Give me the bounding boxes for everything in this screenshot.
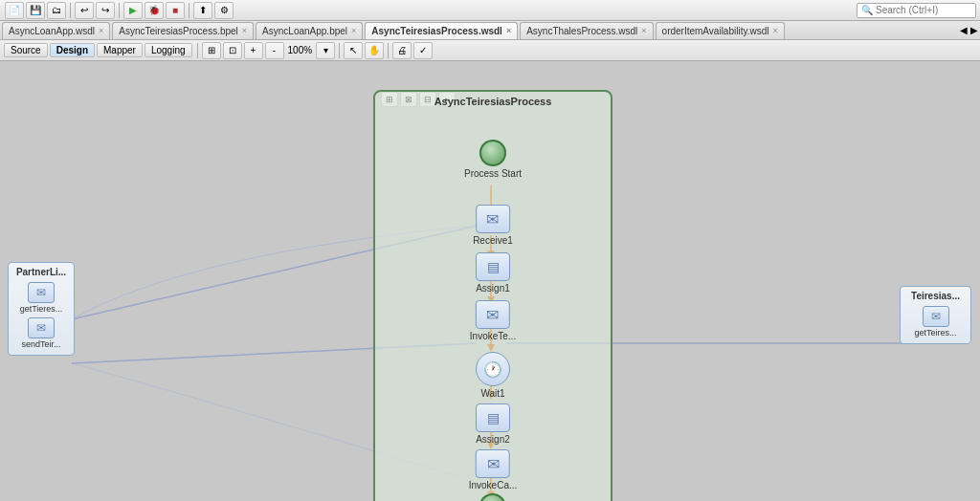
canvas-area: ⊞ ⊠ ⊟ ▸ AsyncTeiresiasProcess Process St…	[0, 61, 980, 501]
top-toolbar: 📄 💾 🗂 ↩ ↪ ▶ 🐞 ■ ⬆ ⚙ 🔍	[0, 0, 980, 21]
partner-op-getteires-icon: ✉	[28, 282, 55, 303]
run-btn[interactable]: ▶	[123, 2, 143, 19]
service-op-getteires-icon: ✉	[923, 306, 949, 327]
tab-label: AsyncLoanApp.wsdl	[9, 26, 95, 36]
tab-asyncthales-wsdl[interactable]: AsyncThalesProcess.wsdl ×	[520, 22, 653, 39]
tab-asyncteiresias-wsdl[interactable]: AsyncTeiresiasProcess.wsdl ×	[365, 22, 518, 39]
start-circle	[479, 140, 506, 166]
invoke-te-icon: ✉	[476, 300, 510, 329]
tab-orderitem-wsdl[interactable]: orderItemAvailability.wsdl ×	[656, 22, 785, 39]
sep5	[339, 43, 340, 58]
wait1-label: Wait1	[480, 388, 504, 399]
layout-btn[interactable]: ⊞	[202, 42, 221, 59]
service-op-getteires-label: getTeires...	[914, 328, 956, 338]
partner-op-getteires-label: getTieres...	[20, 304, 63, 314]
receive1-label: Receive1	[473, 235, 513, 246]
partner-op-sendteir[interactable]: ✉ sendTeir...	[21, 317, 60, 349]
sep3	[189, 3, 189, 18]
search-icon: 🔍	[861, 5, 873, 15]
invoke-ca-label: InvokeCa...	[469, 480, 518, 490]
tab-nav: ◀ ▶	[960, 25, 978, 35]
wait1-node[interactable]: 🕐 Wait1	[476, 352, 510, 399]
save-all-btn[interactable]: 🗂	[47, 2, 66, 19]
partner-op-sendteir-label: sendTeir...	[21, 339, 60, 349]
assign1-label: Assign1	[476, 283, 510, 294]
process-container: AsyncTeiresiasProcess Process Start ✉ Re…	[373, 90, 612, 501]
tab-asyncloanapp-wsdl[interactable]: AsyncLoanApp.wsdl ×	[2, 22, 110, 39]
assign2-label: Assign2	[476, 434, 510, 445]
deploy-btn[interactable]: ⬆	[193, 2, 212, 19]
stop-btn[interactable]: ■	[166, 2, 185, 19]
logging-mode-btn[interactable]: Logging	[145, 43, 192, 57]
tab-close-icon[interactable]: ×	[99, 26, 103, 35]
sep2	[119, 3, 120, 18]
tab-label: AsyncTeiresiasProcess.bpel	[119, 26, 238, 36]
sep6	[388, 43, 389, 58]
sep1	[70, 3, 71, 18]
tab-close-icon[interactable]: ×	[351, 26, 356, 35]
tab-label: AsyncThalesProcess.wsdl	[526, 26, 637, 36]
print-btn[interactable]: 🖨	[392, 42, 412, 59]
zoom-level: 100%	[288, 45, 313, 55]
config-btn[interactable]: ⚙	[214, 2, 234, 19]
invoke-te-node[interactable]: ✉ InvokeTe...	[470, 300, 516, 341]
assign2-icon: ▤	[476, 403, 510, 432]
zoomout-btn[interactable]: -	[265, 42, 284, 59]
debug-btn[interactable]: 🐞	[145, 2, 164, 19]
select-btn[interactable]: ↖	[344, 42, 363, 59]
source-mode-btn[interactable]: Source	[4, 43, 48, 57]
search-input[interactable]	[876, 5, 971, 15]
end-circle	[479, 493, 506, 501]
mapper-mode-btn[interactable]: Mapper	[97, 43, 143, 57]
undo-btn[interactable]: ↩	[75, 2, 94, 19]
tab-label: AsyncLoanApp.bpel	[262, 26, 347, 36]
tab-label: orderItemAvailability.wsdl	[662, 26, 769, 36]
partner-op-getteires[interactable]: ✉ getTieres...	[20, 282, 63, 314]
invoke-ca-icon: ✉	[476, 449, 510, 478]
validate-btn[interactable]: ✓	[413, 42, 433, 59]
process-end-node[interactable]: Process End	[466, 493, 521, 501]
fit-btn[interactable]: ⊡	[223, 42, 242, 59]
second-toolbar: Source Design Mapper Logging ⊞ ⊡ + - 100…	[0, 40, 980, 61]
sep4	[197, 43, 198, 58]
partner-op-sendteir-icon: ✉	[28, 317, 55, 338]
invoke-ca-node[interactable]: ✉ InvokeCa...	[469, 449, 518, 490]
tab-close-icon[interactable]: ×	[506, 26, 511, 35]
partner-link-title: PartnerLi...	[16, 267, 66, 277]
zoomin-btn[interactable]: +	[244, 42, 263, 59]
invoke-te-label: InvokeTe...	[470, 331, 516, 341]
assign1-icon: ▤	[476, 252, 510, 281]
partner-link-box: PartnerLi... ✉ getTieres... ✉ sendTeir..…	[8, 262, 75, 356]
process-start-node[interactable]: Process Start	[464, 140, 522, 179]
zoom-dropdown[interactable]: ▾	[316, 42, 335, 59]
tab-close-icon[interactable]: ×	[772, 26, 777, 35]
tab-asyncteiresias-bpel[interactable]: AsyncTeiresiasProcess.bpel ×	[112, 22, 254, 39]
receive1-icon: ✉	[476, 205, 510, 233]
assign2-node[interactable]: ▤ Assign2	[476, 403, 510, 445]
wait1-icon: 🕐	[476, 352, 510, 386]
redo-btn[interactable]: ↪	[96, 2, 115, 19]
start-label: Process Start	[464, 168, 522, 179]
tab-close-icon[interactable]: ×	[242, 26, 247, 35]
assign1-node[interactable]: ▤ Assign1	[476, 252, 510, 294]
new-btn[interactable]: 📄	[5, 2, 24, 19]
service-box: Teiresias... ✉ getTeires...	[900, 286, 971, 344]
service-op-getteires[interactable]: ✉ getTeires...	[914, 306, 956, 338]
save-btn[interactable]: 💾	[26, 2, 45, 19]
tab-asyncloan-bpel[interactable]: AsyncLoanApp.bpel ×	[256, 22, 363, 39]
tab-scroll-left[interactable]: ◀	[960, 25, 968, 35]
tab-bar: AsyncLoanApp.wsdl × AsyncTeiresiasProces…	[0, 21, 980, 40]
tab-close-icon[interactable]: ×	[641, 26, 646, 35]
receive1-node[interactable]: ✉ Receive1	[473, 205, 513, 246]
service-title: Teiresias...	[911, 291, 960, 301]
process-title: AsyncTeiresiasProcess	[375, 92, 611, 109]
search-box: 🔍	[857, 3, 976, 18]
pan-btn[interactable]: ✋	[365, 42, 384, 59]
tab-label: AsyncTeiresiasProcess.wsdl	[371, 26, 502, 36]
tab-scroll-right[interactable]: ▶	[970, 25, 978, 35]
design-mode-btn[interactable]: Design	[50, 43, 95, 57]
